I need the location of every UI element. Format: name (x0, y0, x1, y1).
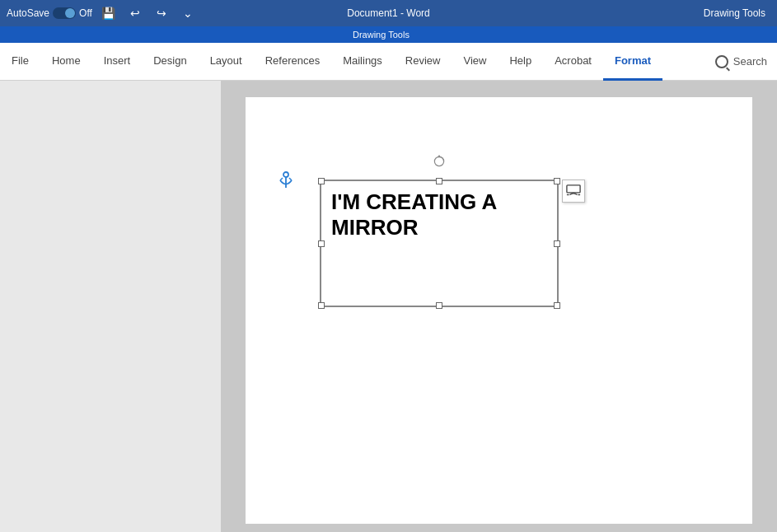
svg-rect-6 (567, 185, 580, 193)
more-button[interactable]: ⌄ (178, 3, 198, 23)
toggle-knob (65, 8, 75, 18)
tab-review[interactable]: Review (394, 43, 452, 81)
handle-bottom-right[interactable] (554, 302, 560, 309)
document-canvas: I'M CREATING A MIRROR (221, 81, 777, 532)
anchor-icon (279, 171, 293, 194)
search-button[interactable]: Search (705, 43, 777, 80)
svg-line-3 (289, 178, 292, 180)
save-button[interactable]: 💾 (99, 3, 119, 23)
tab-view[interactable]: View (452, 43, 498, 81)
undo-button[interactable]: ↩ (125, 3, 145, 23)
svg-line-2 (280, 178, 283, 180)
autosave-label: AutoSave (7, 7, 49, 19)
title-bar: AutoSave Off 💾 ↩ ↪ ⌄ Document1 - Word Dr… (0, 0, 777, 26)
redo-button[interactable]: ↪ (152, 3, 171, 23)
main-area: I'M CREATING A MIRROR (0, 81, 777, 532)
handle-top-middle[interactable] (436, 178, 442, 184)
drawing-tools-title: Drawing Tools (353, 30, 410, 40)
search-label: Search (733, 55, 767, 68)
left-panel (0, 81, 221, 532)
page-area: I'M CREATING A MIRROR (246, 97, 752, 524)
tab-format[interactable]: Format (603, 43, 662, 81)
rotate-handle[interactable] (433, 155, 446, 168)
document-title: Document1 - Word (347, 7, 429, 19)
autosave-toggle[interactable]: AutoSave Off (7, 7, 92, 19)
text-box[interactable]: I'M CREATING A MIRROR (320, 180, 559, 307)
drawing-tools-label: Drawing Tools (699, 3, 770, 23)
title-bar-left: AutoSave Off 💾 ↩ ↪ ⌄ (7, 3, 198, 23)
tab-file[interactable]: File (0, 43, 40, 81)
layout-options-icon[interactable] (562, 180, 585, 203)
svg-point-0 (283, 172, 288, 177)
tab-insert[interactable]: Insert (92, 43, 143, 81)
autosave-state: Off (79, 7, 92, 19)
ribbon: File Home Insert Design Layout Reference… (0, 43, 777, 81)
tab-references[interactable]: References (254, 43, 331, 81)
tab-help[interactable]: Help (498, 43, 543, 81)
search-icon (715, 55, 728, 68)
drawing-tools-bar: Drawing Tools (0, 26, 777, 43)
handle-middle-left[interactable] (318, 240, 325, 247)
tab-layout[interactable]: Layout (199, 43, 254, 81)
svg-marker-5 (438, 155, 442, 157)
handle-middle-right[interactable] (554, 240, 560, 247)
text-box-container[interactable]: I'M CREATING A MIRROR (320, 180, 559, 307)
autosave-switch[interactable] (53, 7, 76, 19)
text-box-content[interactable]: I'M CREATING A MIRROR (331, 189, 547, 240)
handle-top-left[interactable] (318, 178, 325, 184)
handle-top-right[interactable] (554, 178, 560, 184)
tab-home[interactable]: Home (40, 43, 92, 81)
handle-bottom-middle[interactable] (436, 302, 442, 309)
handle-bottom-left[interactable] (318, 302, 325, 309)
tab-design[interactable]: Design (142, 43, 198, 81)
title-bar-right: Drawing Tools (699, 3, 770, 23)
tab-acrobat[interactable]: Acrobat (543, 43, 603, 81)
tab-mailings[interactable]: Mailings (331, 43, 394, 81)
